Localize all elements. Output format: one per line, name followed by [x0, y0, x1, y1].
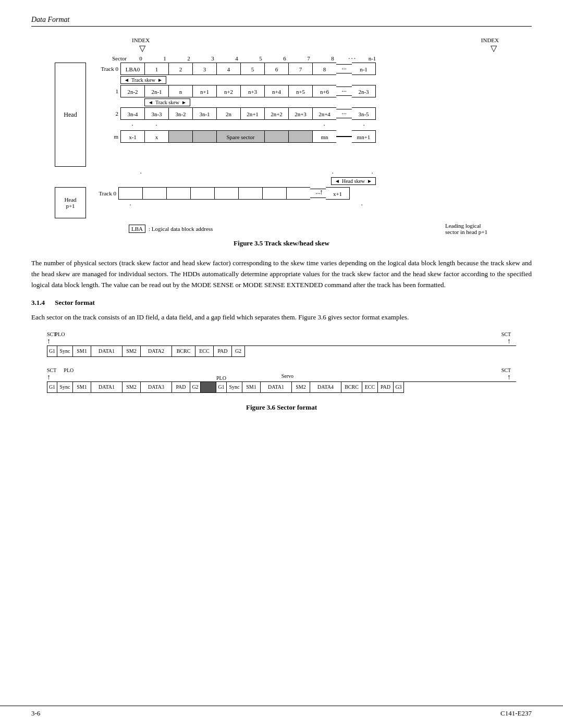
cell-mn1: mn+1 [352, 130, 376, 143]
sector-row-2: SCT PLO Servo SCT ↑ ↑ G1 Sync SM1 DATA1 [47, 367, 516, 393]
dots-below: · · · [129, 169, 508, 177]
dots-row2: ··· [336, 109, 352, 118]
arrow-right-1: ► [157, 77, 163, 83]
cell-8: 8 [312, 63, 336, 75]
bt-cell2 [142, 187, 166, 200]
cell-n: n [168, 85, 192, 97]
cells-row2: G1 Sync SM1 DATA1 SM2 DATA3 PAD G2 PLO G… [47, 381, 516, 393]
footer-left: 3-6 [31, 709, 40, 718]
cell-2n1: 2n-1 [144, 85, 168, 97]
r2-padb: PAD [378, 381, 394, 393]
arrow-right-2: ► [181, 100, 187, 105]
track-skew-label-2: Track skew [155, 100, 179, 105]
sector-num-0: 0 [129, 55, 153, 61]
cell-3n4: 3n-4 [120, 107, 144, 120]
sector-num-2: 2 [177, 55, 201, 61]
cell-n1b: n+1 [192, 85, 216, 97]
cell-lba0: LBA0 [120, 63, 144, 75]
cell-3n1: 3n-1 [192, 107, 216, 120]
sector-num-6: 6 [273, 55, 297, 61]
head-skew-area: ◄ Head skew ► [331, 177, 508, 185]
head-skew-label: Head skew [342, 178, 365, 184]
r1-pad: PAD [214, 346, 232, 357]
rows-container: Track 0 LBA0 1 2 3 4 5 6 7 8 ··· n-1 ◄ [88, 63, 376, 167]
bt-dots: ··· [310, 189, 326, 198]
header-title: Data Format [31, 16, 70, 23]
sector-num-4: 4 [225, 55, 249, 61]
sector-num-3: 3 [201, 55, 225, 61]
figure36-caption: Figure 3.6 Sector format [31, 403, 532, 412]
r1-trailing [245, 346, 516, 357]
head2-label: 2 [88, 110, 120, 117]
sector-num-1: 1 [153, 55, 177, 61]
r2-data1: DATA1 [91, 381, 123, 393]
bt-cell8 [286, 187, 310, 200]
r2-syncb: Sync [227, 381, 242, 393]
page: Data Format INDEX INDEX ▽ ▽ Sector 0 1 2… [0, 0, 563, 728]
r1-data2: DATA2 [141, 346, 172, 357]
index-label-left: INDEX [132, 37, 150, 43]
r2-sm2: SM2 [123, 381, 141, 393]
cell-1: 1 [144, 63, 168, 75]
cell-mn: mn [312, 130, 336, 143]
r2-sync: Sync [57, 381, 73, 393]
cell-4: 4 [216, 63, 240, 75]
sct-left-r2: SCT [47, 367, 56, 373]
r2-servo-block [201, 381, 216, 393]
cell-3n3: 3n-3 [144, 107, 168, 120]
r2-ecc: ECC [362, 381, 378, 393]
cell-n3: n+3 [240, 85, 264, 97]
lba-box: LBA [129, 225, 145, 233]
figure35-caption: Figure 3.5 Track skew/head skew [31, 239, 532, 248]
leading-note-line2: sector in head p+1 [445, 229, 487, 235]
cell-3n2: 3n-2 [168, 107, 192, 120]
bt-cell7 [262, 187, 286, 200]
cell-n5: n+5 [288, 85, 312, 97]
footer-right: C141-E237 [500, 709, 532, 718]
sector-num-7: 7 [297, 55, 321, 61]
cell-2n-b: 2n [216, 107, 240, 120]
r2-sm2b: SM2 [292, 381, 310, 393]
sct-labels-row1: SCT PLO SCT [47, 331, 516, 337]
r1-data1: DATA1 [91, 346, 123, 357]
section-number: 3.1.4 [31, 299, 45, 306]
r2-g2: G2 [190, 381, 201, 393]
track-skew-label-1: Track skew [131, 77, 155, 83]
cell-6: 6 [264, 63, 288, 75]
cell-x1: x-1 [120, 130, 144, 143]
cell-n1: n-1 [352, 63, 376, 75]
sector-num-n1: n-1 [360, 55, 384, 61]
index-arrow-left: ▽ [139, 43, 145, 53]
cell-2n3b: 2n+3 [288, 107, 312, 120]
r2-pad: PAD [172, 381, 190, 393]
cell-spare1 [168, 130, 192, 143]
r1-sm1: SM1 [73, 346, 91, 357]
leading-note-line1: Leading logical [445, 223, 487, 229]
bt-cell6 [238, 187, 262, 200]
main-diagram: Head Track 0 LBA0 1 2 3 4 5 6 7 8 ··· [55, 63, 508, 167]
figure-36-diagram: SCT PLO SCT ↑ ↑ G1 Sync SM1 DATA1 SM2 [47, 331, 516, 393]
sector-label: Sector [96, 55, 129, 61]
r1-bcrc: BCRC [172, 346, 195, 357]
sct-right-r1: SCT [501, 331, 511, 337]
cell-2: 2 [168, 63, 192, 75]
r2-data3: DATA3 [141, 381, 172, 393]
sector-num-5: 5 [249, 55, 273, 61]
bt-x1-cell: x+1 [326, 187, 350, 200]
cell-7: 7 [288, 63, 312, 75]
cell-3: 3 [192, 63, 216, 75]
bottom-track-area: Track 0 ··· x+1 · [86, 187, 374, 218]
lba-legend: LBA : Logical data block address [129, 223, 213, 235]
bottom-track-row: Track 0 ··· x+1 [86, 187, 374, 200]
dots-row0: ··· [336, 64, 352, 73]
bt-dots-row: · ↑ · [118, 200, 374, 210]
track0-bottom-label: Track 0 [86, 190, 118, 196]
head1-label: 1 [88, 88, 120, 94]
index-label-right: INDEX [481, 37, 499, 43]
r2-bcrc: BCRC [341, 381, 362, 393]
section-title: Sector format [55, 299, 95, 306]
bt-cell4 [190, 187, 214, 200]
head2-row: 2 3n-4 3n-3 3n-2 3n-1 2n 2n+1 2n+2 2n+3 … [88, 107, 376, 120]
cell-x: x [144, 130, 168, 143]
figure-35-diagram: INDEX INDEX ▽ ▽ Sector 0 1 2 3 4 5 6 7 8… [55, 37, 508, 235]
